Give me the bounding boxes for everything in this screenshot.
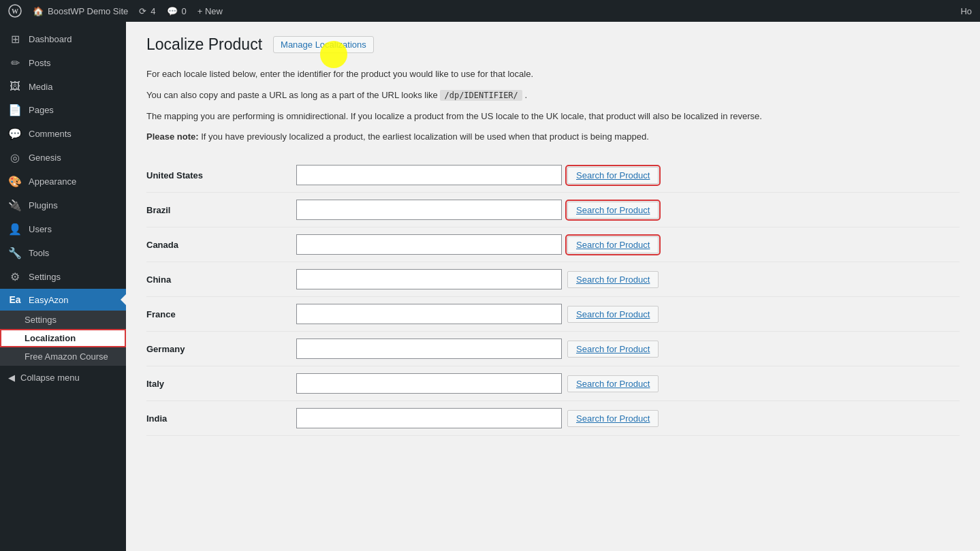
- locale-input-it[interactable]: [296, 373, 562, 394]
- search-product-button-us[interactable]: Search for Product: [567, 167, 659, 184]
- sidebar-item-users[interactable]: 👤 Users: [0, 217, 126, 241]
- submenu-item-free-course[interactable]: Free Amazon Course: [0, 347, 126, 366]
- collapse-menu-btn[interactable]: ◀ Collapse menu: [0, 366, 126, 390]
- locale-input-br[interactable]: [296, 200, 562, 220]
- sidebar-label-settings: Settings: [29, 272, 61, 282]
- media-icon: 🖼: [8, 80, 22, 93]
- updates-icon: ⟳: [139, 6, 146, 16]
- howdy-text: Ho: [960, 6, 972, 16]
- description-2: You can also copy and paste a URL as lon…: [146, 89, 960, 103]
- locale-input-cn[interactable]: [296, 269, 562, 289]
- locale-row-it: ItalySearch for Product: [146, 366, 960, 401]
- sidebar-item-plugins[interactable]: 🔌 Plugins: [0, 193, 126, 217]
- admin-bar: W 🏠 BoostWP Demo Site ⟳ 4 💬 0 + New Ho: [0, 0, 980, 22]
- new-content-item[interactable]: + New: [197, 6, 223, 16]
- sidebar-item-pages[interactable]: 📄 Pages: [0, 98, 126, 122]
- sidebar-item-dashboard[interactable]: ⊞ Dashboard: [0, 27, 126, 51]
- locale-label-fr: France: [146, 309, 296, 319]
- page-header: Localize Product Manage Localizations: [146, 35, 960, 54]
- locale-label-in: India: [146, 413, 296, 424]
- note-prefix: Please note:: [146, 131, 199, 142]
- locale-label-ca: Canada: [146, 240, 296, 250]
- sidebar-item-easyazon[interactable]: Ea EasyAzon: [0, 289, 126, 311]
- locale-input-ca[interactable]: [296, 234, 562, 255]
- manage-localizations-button[interactable]: Manage Localizations: [273, 36, 374, 53]
- easyazon-icon: Ea: [8, 294, 22, 305]
- dashboard-icon: ⊞: [8, 33, 22, 46]
- sidebar-item-tools[interactable]: 🔧 Tools: [0, 241, 126, 265]
- search-product-button-in[interactable]: Search for Product: [567, 410, 659, 427]
- content-area: Localize Product Manage Localizations Fo…: [126, 22, 980, 551]
- sidebar-label-easyazon: EasyAzon: [29, 295, 69, 305]
- sidebar-label-genesis: Genesis: [29, 153, 61, 163]
- url-code: /dp/IDENTIFIER/: [440, 90, 522, 101]
- house-icon: 🏠: [33, 6, 44, 16]
- sidebar-item-posts[interactable]: ✏ Posts: [0, 51, 126, 75]
- submenu-label-localization: Localization: [25, 333, 76, 343]
- collapse-label: Collapse menu: [20, 373, 80, 383]
- sidebar-label-comments: Comments: [29, 129, 72, 139]
- updates-count: 4: [151, 6, 155, 16]
- locale-input-us[interactable]: [296, 165, 562, 185]
- sidebar-label-plugins: Plugins: [29, 200, 58, 210]
- comments-count: 0: [182, 6, 187, 16]
- submenu-label-settings: Settings: [25, 315, 57, 325]
- updates-item[interactable]: ⟳ 4: [139, 6, 155, 16]
- posts-icon: ✏: [8, 57, 22, 69]
- plugins-icon: 🔌: [8, 199, 22, 212]
- search-product-button-cn[interactable]: Search for Product: [567, 271, 659, 288]
- site-name-item[interactable]: 🏠 BoostWP Demo Site: [33, 6, 128, 16]
- settings-icon: ⚙: [8, 270, 22, 283]
- sidebar: ⊞ Dashboard ✏ Posts 🖼 Media 📄 Pages 💬 Co…: [0, 22, 126, 551]
- svg-text:W: W: [12, 7, 18, 15]
- comments-icon: 💬: [167, 6, 178, 16]
- locale-list: United StatesSearch for ProductBrazilSea…: [146, 158, 960, 436]
- site-name: BoostWP Demo Site: [48, 6, 128, 16]
- sidebar-label-appearance: Appearance: [29, 176, 76, 187]
- locale-input-in[interactable]: [296, 408, 562, 428]
- locale-label-br: Brazil: [146, 205, 296, 215]
- search-product-button-de[interactable]: Search for Product: [567, 341, 659, 358]
- sidebar-item-comments[interactable]: 💬 Comments: [0, 122, 126, 146]
- locale-input-de[interactable]: [296, 339, 562, 359]
- locale-row-fr: FranceSearch for Product: [146, 297, 960, 332]
- locale-label-us: United States: [146, 170, 296, 180]
- genesis-icon: ◎: [8, 151, 22, 164]
- new-label: + New: [197, 6, 223, 16]
- sidebar-item-media[interactable]: 🖼 Media: [0, 75, 126, 98]
- users-icon: 👤: [8, 223, 22, 236]
- locale-row-de: GermanySearch for Product: [146, 332, 960, 366]
- locale-row-in: IndiaSearch for Product: [146, 401, 960, 436]
- search-product-button-it[interactable]: Search for Product: [567, 375, 659, 392]
- sidebar-item-settings[interactable]: ⚙ Settings: [0, 265, 126, 289]
- search-product-button-br[interactable]: Search for Product: [567, 202, 659, 219]
- locale-label-cn: China: [146, 274, 296, 285]
- description-3: The mapping you are performing is omnidi…: [146, 110, 960, 124]
- sidebar-label-pages: Pages: [29, 105, 54, 115]
- description-1: For each locale listed below, enter the …: [146, 67, 960, 82]
- locale-label-de: Germany: [146, 344, 296, 354]
- sidebar-item-genesis[interactable]: ◎ Genesis: [0, 146, 126, 170]
- locale-row-br: BrazilSearch for Product: [146, 193, 960, 227]
- wp-logo[interactable]: W: [8, 4, 22, 18]
- sidebar-label-media: Media: [29, 82, 52, 92]
- comments-item[interactable]: 💬 0: [167, 6, 187, 16]
- appearance-icon: 🎨: [8, 175, 22, 188]
- collapse-icon: ◀: [8, 373, 15, 383]
- submenu-item-settings[interactable]: Settings: [0, 311, 126, 329]
- locale-input-fr[interactable]: [296, 304, 562, 324]
- sidebar-label-users: Users: [29, 224, 52, 234]
- search-product-button-fr[interactable]: Search for Product: [567, 306, 659, 323]
- note-text: Please note: If you have previously loca…: [146, 130, 960, 144]
- locale-row-us: United StatesSearch for Product: [146, 158, 960, 193]
- search-product-button-ca[interactable]: Search for Product: [567, 236, 659, 253]
- sidebar-label-posts: Posts: [29, 58, 51, 68]
- submenu-label-free-course: Free Amazon Course: [25, 351, 108, 362]
- comments-sidebar-icon: 💬: [8, 127, 22, 140]
- submenu-item-localization[interactable]: Localization: [0, 329, 126, 347]
- sidebar-label-tools: Tools: [29, 248, 49, 258]
- page-title: Localize Product: [146, 35, 262, 54]
- locale-row-ca: CanadaSearch for Product: [146, 227, 960, 262]
- locale-row-cn: ChinaSearch for Product: [146, 262, 960, 297]
- sidebar-item-appearance[interactable]: 🎨 Appearance: [0, 170, 126, 193]
